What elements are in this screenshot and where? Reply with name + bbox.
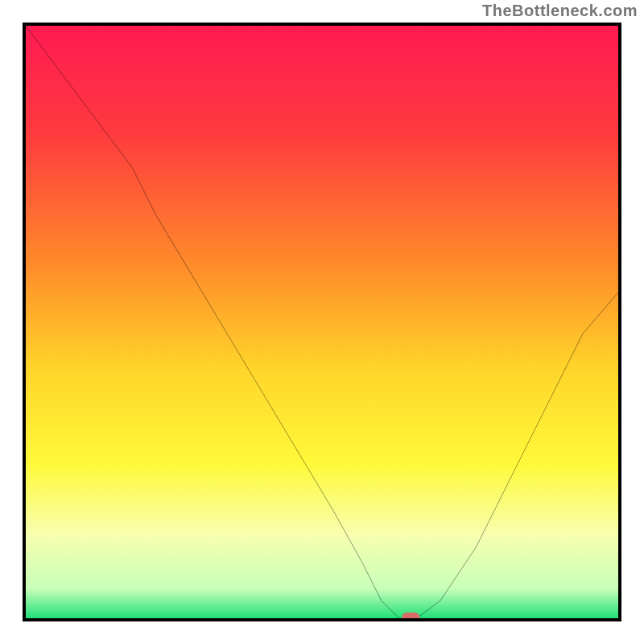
gradient-background xyxy=(26,26,618,618)
watermark-text: TheBottleneck.com xyxy=(482,2,638,20)
optimal-point-marker xyxy=(402,613,419,618)
chart-frame xyxy=(23,23,621,621)
chart-svg xyxy=(26,26,618,618)
